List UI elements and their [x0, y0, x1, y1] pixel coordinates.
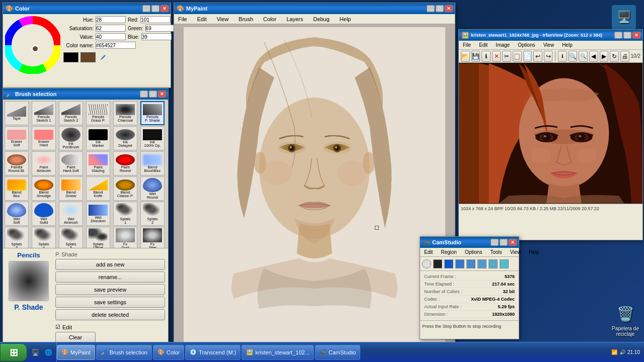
clear-btn[interactable]: Clear — [55, 332, 96, 343]
menu-file[interactable]: File — [176, 16, 189, 22]
brush-item-fx-dust[interactable]: FxDust — [113, 227, 137, 248]
brush-item-splat-2[interactable]: Splats2 — [140, 202, 165, 226]
irfan-next-btn[interactable]: ▶ — [600, 51, 609, 62]
cam-menu-region[interactable]: Region — [439, 249, 459, 255]
menu-layers[interactable]: Layers — [284, 16, 305, 22]
brush-item-blend-smear[interactable]: BlendSmear — [59, 176, 83, 201]
brush-item-splat-1[interactable]: Splats1 — [113, 202, 137, 226]
save-settings-btn[interactable]: save settings — [55, 297, 165, 308]
start-button[interactable]: ⊞ — [0, 343, 27, 361]
irfan-menu-image[interactable]: Image — [494, 42, 512, 48]
cam-btn7[interactable] — [489, 259, 498, 268]
maximize-btn[interactable]: □ — [151, 5, 159, 12]
tray-volume-icon[interactable]: 🔊 — [619, 349, 625, 355]
brush-item-blend-classicP[interactable]: BlendClassic P. — [113, 176, 137, 201]
brush-item-wet-soft[interactable]: WetSoft — [5, 202, 29, 226]
cam-record-btn[interactable] — [422, 259, 431, 268]
irfan-menu-edit[interactable]: Edit — [477, 42, 490, 48]
ql-ie[interactable]: 🌐 — [42, 346, 54, 358]
cam-menu-view[interactable]: View — [508, 249, 523, 255]
brush-item-ink-marker[interactable]: InkMarker — [86, 126, 110, 150]
value-input[interactable] — [96, 33, 126, 40]
taskbar-mypaint[interactable]: 🎨 MyPaint — [57, 345, 95, 360]
close-btn[interactable]: ✕ — [160, 5, 169, 12]
irfan-copy-btn[interactable]: 📋 — [513, 51, 522, 62]
irfan-menu-help[interactable]: Help — [560, 42, 575, 48]
brush-item-blend-brushblur[interactable]: BlendBrushBlur — [140, 151, 165, 175]
irfan-maximize[interactable]: □ — [623, 32, 631, 39]
mypaint-close[interactable]: ✕ — [445, 5, 453, 12]
menu-brush[interactable]: Brush — [236, 16, 255, 22]
menu-color[interactable]: Color — [261, 16, 278, 22]
cam-titlebar[interactable]: 📹 CamStudio _ □ ✕ — [420, 237, 519, 248]
irfan-rotate-btn[interactable]: ↻ — [610, 51, 619, 62]
cam-menu-tools[interactable]: Tools — [488, 249, 504, 255]
irfan-zoom-out-btn[interactable]: 🔍 — [579, 51, 588, 62]
cam-btn5[interactable] — [466, 259, 475, 268]
cam-btn6[interactable] — [477, 259, 487, 268]
taskbar-transcend[interactable]: 💿 Transcend (M:) — [185, 345, 240, 360]
green-input[interactable] — [145, 25, 176, 32]
menu-help[interactable]: Help — [338, 16, 353, 22]
cam-btn8[interactable] — [500, 259, 509, 268]
mypaint-canvas-area[interactable] — [174, 24, 455, 349]
irfan-open-btn[interactable]: 📂 — [461, 51, 470, 62]
brush-item-wet-direction[interactable]: WetDirection — [86, 202, 110, 226]
brush-maximize-btn[interactable]: □ — [149, 90, 157, 98]
irfan-redo-btn[interactable]: ↪ — [544, 51, 553, 62]
minimize-btn[interactable]: _ — [142, 5, 150, 12]
brush-item-eraser-soft[interactable]: EraserSoft — [5, 126, 29, 150]
irfan-menu-options[interactable]: Options — [516, 42, 537, 48]
brush-item-fx-jitter[interactable]: FxJitter — [140, 227, 165, 248]
brush-item-pshade[interactable]: PencilsP. Shade — [140, 101, 165, 125]
irfan-undo-btn[interactable]: ↩ — [533, 51, 542, 62]
edit-checkbox[interactable]: ☑ — [55, 324, 60, 330]
brush-item-wet-airbrush[interactable]: WetAirbrush — [59, 202, 83, 226]
irfan-close[interactable]: ✕ — [632, 32, 640, 39]
irfan-info-btn[interactable]: ℹ — [481, 51, 491, 62]
mypaint-titlebar[interactable]: 🎨 MyPaint _ □ ✕ — [174, 3, 455, 14]
cam-minimize[interactable]: _ — [491, 239, 499, 246]
color-indicator[interactable] — [32, 46, 38, 52]
irfan-photo-area[interactable] — [459, 63, 642, 204]
brush-item-wet-round[interactable]: WetRound — [140, 176, 165, 201]
brush-item-paint-glazing[interactable]: PaintGlazing — [86, 151, 110, 175]
brush-item-ink-delayed[interactable]: InkDelayed — [113, 126, 137, 150]
brush-item-blend-knife[interactable]: BlendKnife — [86, 176, 110, 201]
mypaint-maximize[interactable]: □ — [436, 5, 444, 12]
ql-show-desktop[interactable]: 🖥️ — [29, 346, 41, 358]
menu-edit[interactable]: Edit — [195, 16, 209, 22]
brush-item-paint-roundbl[interactable]: PaintblRound Bl. — [5, 151, 29, 175]
delete-selected-btn[interactable]: delete selected — [55, 309, 165, 320]
cam-btn4[interactable] — [455, 259, 464, 268]
colorname-input[interactable] — [96, 42, 136, 49]
brush-item-wet-solid[interactable]: WetSolid — [32, 202, 56, 226]
cam-menu-help[interactable]: Help — [527, 249, 541, 255]
irfan-titlebar[interactable]: 🖼️ kristen_stewart1_1024x768_jpg - Irfan… — [459, 30, 642, 41]
irfan-minimize[interactable]: _ — [614, 32, 622, 39]
rename-btn[interactable]: rename... — [55, 272, 165, 283]
brush-item-splat-4[interactable]: Splats4 — [32, 227, 56, 248]
mypaint-canvas[interactable] — [184, 27, 445, 346]
brush-item-paint-round[interactable]: PaintRound — [113, 151, 137, 175]
taskbar-camstudio[interactable]: 📹 CamStudio — [315, 345, 360, 360]
brush-item-charcoal[interactable]: PencilsCharcoal — [113, 101, 137, 125]
irfan-print-btn[interactable]: 🖨 — [620, 51, 629, 62]
brush-item-blend-smudge[interactable]: BlendSmudge — [32, 176, 56, 201]
cam-close[interactable]: ✕ — [509, 239, 517, 246]
taskbar-color[interactable]: 🎨 Color — [153, 345, 184, 360]
brush-close-btn[interactable]: ✕ — [158, 90, 166, 98]
irfan-info2-btn[interactable]: ℹ — [558, 51, 567, 62]
taskbar-brush[interactable]: 🖌️ Brush selection — [96, 345, 152, 360]
brush-item-sketch2[interactable]: PencilsSketch 2 — [59, 101, 83, 125]
eyedropper-icon[interactable]: 🖊️ — [98, 52, 108, 62]
brush-item-tape[interactable]: Tape — [5, 101, 29, 125]
irfan-menu-file[interactable]: File — [461, 42, 473, 48]
brush-item-paint-airbrush[interactable]: PaintAirbrush — [32, 151, 56, 175]
cam-stop-btn[interactable] — [433, 259, 442, 268]
menu-view[interactable]: View — [215, 16, 231, 22]
cam-maximize[interactable]: □ — [500, 239, 508, 246]
brush-item-blend-blur[interactable]: BlendBlur — [5, 176, 29, 201]
brush-minimize-btn[interactable]: _ — [140, 90, 148, 98]
brush-item-splat-5[interactable]: Splats5 — [59, 227, 83, 248]
